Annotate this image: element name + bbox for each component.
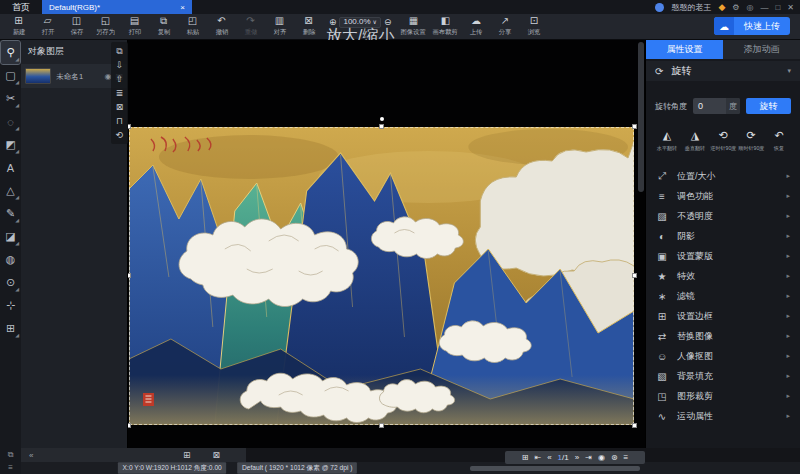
- rotate-ccw-90-button[interactable]: ⟲逆时针90度: [709, 129, 737, 153]
- hand-tool[interactable]: ⊹: [1, 294, 20, 317]
- menu-icon[interactable]: ≡: [8, 463, 13, 472]
- resize-handle-tl[interactable]: [128, 124, 131, 129]
- section-position-size[interactable]: ⤢位置/大小▸: [646, 166, 800, 186]
- horizontal-scrollbar[interactable]: [470, 466, 640, 471]
- section-mask[interactable]: ▣设置蒙版▸: [646, 246, 800, 266]
- delete-button[interactable]: ⊠删除: [294, 16, 323, 35]
- zoom-level-select[interactable]: 100.0%∨: [339, 17, 381, 28]
- layer-stack-icon[interactable]: ⧉: [116, 44, 122, 58]
- help-icon[interactable]: ◎: [746, 3, 753, 12]
- flatten-icon[interactable]: ≣: [116, 86, 124, 100]
- section-opacity[interactable]: ▨不透明度▸: [646, 206, 800, 226]
- vertical-scrollbar[interactable]: [638, 42, 644, 192]
- lasso-tool[interactable]: ◌◢: [1, 110, 20, 133]
- username[interactable]: 憨憨的老王: [671, 2, 711, 13]
- share-button[interactable]: ↗分享: [490, 16, 519, 35]
- new-button[interactable]: ⊞新建: [4, 16, 33, 35]
- text-tool[interactable]: A: [1, 156, 20, 179]
- open-button[interactable]: ▱打开: [33, 16, 62, 35]
- doc-tab-close-icon[interactable]: ×: [180, 3, 185, 12]
- browse-button[interactable]: ⊡浏览: [519, 16, 548, 35]
- zoom-out-icon[interactable]: ⊖: [384, 18, 392, 27]
- last-frame-icon[interactable]: ⇥: [585, 453, 592, 462]
- section-background-fill[interactable]: ▧背景填充▸: [646, 366, 800, 386]
- resize-handle-br[interactable]: [632, 423, 637, 428]
- resize-handle-tr[interactable]: [632, 124, 637, 129]
- resize-handle-bm[interactable]: [379, 423, 384, 428]
- close-button[interactable]: ✕: [787, 3, 794, 12]
- avatar[interactable]: [655, 3, 664, 12]
- align-button[interactable]: ▥对齐: [265, 16, 294, 35]
- quick-upload-button[interactable]: ☁ 快速上传: [714, 17, 790, 35]
- redo-button[interactable]: ↷重做: [236, 16, 265, 35]
- print-button[interactable]: ▤打印: [120, 16, 149, 35]
- section-portrait-cutout[interactable]: ☺人像抠图▸: [646, 346, 800, 366]
- first-frame-icon[interactable]: ⇤: [534, 453, 541, 462]
- zoom-in-icon[interactable]: ⊕: [329, 18, 337, 27]
- resize-handle-tm[interactable]: [379, 124, 384, 129]
- section-color-adjust[interactable]: ≡调色功能▸: [646, 186, 800, 206]
- lock-icon[interactable]: ⊓: [116, 114, 123, 128]
- section-border[interactable]: ⊞设置边框▸: [646, 306, 800, 326]
- target-icon[interactable]: ⊛: [611, 453, 618, 462]
- stamp-tool[interactable]: ⊙◢: [1, 271, 20, 294]
- rotate-cw-90-button[interactable]: ⟳顺时针90度: [737, 129, 765, 153]
- section-replace-image[interactable]: ⇄替换图像▸: [646, 326, 800, 346]
- resize-handle-mr[interactable]: [632, 273, 637, 278]
- section-filters[interactable]: ∗滤镜▸: [646, 286, 800, 306]
- settings-icon[interactable]: ⚙: [732, 3, 739, 12]
- mesh-tool[interactable]: ⊞◢: [1, 317, 20, 340]
- tab-properties[interactable]: 属性设置: [646, 40, 723, 59]
- section-shadow[interactable]: ◐阴影▸: [646, 226, 800, 246]
- tab-document[interactable]: Default(RGB)* ×: [42, 0, 192, 14]
- canvas-crop-button[interactable]: ◧画布裁剪: [429, 16, 461, 35]
- flip-vertical-button[interactable]: ◮垂直翻转: [681, 129, 709, 153]
- flip-horizontal-button[interactable]: ◭水平翻转: [653, 129, 681, 153]
- prev-frame-icon[interactable]: «: [547, 453, 551, 462]
- shape-tool[interactable]: △◢: [1, 179, 20, 202]
- section-shape-crop[interactable]: ◳图形裁剪▸: [646, 386, 800, 406]
- fill-tool[interactable]: ◩◢: [1, 133, 20, 156]
- save-as-button[interactable]: ◱另存为: [91, 16, 120, 35]
- tab-home[interactable]: 首页: [0, 1, 42, 14]
- upload-button[interactable]: ☁上传: [461, 16, 490, 35]
- restore-button[interactable]: ↶恢复: [765, 129, 793, 153]
- delete-frame-icon[interactable]: ⊠: [212, 450, 220, 460]
- undo-button[interactable]: ↶撤销: [207, 16, 236, 35]
- move-up-icon[interactable]: ⇧: [116, 72, 124, 86]
- maximize-button[interactable]: □: [775, 3, 780, 12]
- resize-handle-ml[interactable]: [128, 273, 131, 278]
- save-button[interactable]: ◫保存: [62, 16, 91, 35]
- pen-tool[interactable]: ✎◢: [1, 202, 20, 225]
- rotate-angle-input[interactable]: 0 度: [693, 98, 740, 114]
- eraser-tool[interactable]: ◪◢: [1, 225, 20, 248]
- zoom-tool[interactable]: ⚲◢: [1, 41, 20, 64]
- reset-view-icon[interactable]: ⟲: [116, 128, 124, 142]
- tab-add-animation[interactable]: 添加动画: [723, 40, 800, 59]
- minimize-button[interactable]: —: [760, 3, 768, 12]
- section-motion-properties[interactable]: ∿运动属性▸: [646, 406, 800, 426]
- trash-icon[interactable]: ⊠: [116, 100, 124, 114]
- paste-button[interactable]: ◰粘贴: [178, 16, 207, 35]
- list-menu-icon[interactable]: ≡: [624, 453, 629, 462]
- rotate-apply-button[interactable]: 旋转: [746, 98, 791, 114]
- image-settings-button[interactable]: ▦图像设置: [397, 16, 429, 35]
- move-down-icon[interactable]: ⇩: [116, 58, 124, 72]
- smudge-tool[interactable]: ◍: [1, 248, 20, 271]
- cut-tool[interactable]: ✂◢: [1, 87, 20, 110]
- rotate-section-header[interactable]: ⟳ 旋转 ▾: [646, 61, 800, 81]
- add-frame-icon[interactable]: ⊞: [183, 450, 191, 460]
- expand-icon[interactable]: ⊞: [522, 453, 529, 462]
- marquee-select-tool[interactable]: ▢◢: [1, 64, 20, 87]
- collapse-icon[interactable]: «: [29, 451, 33, 460]
- next-frame-icon[interactable]: »: [575, 453, 579, 462]
- layers-icon[interactable]: ⧉: [8, 450, 14, 460]
- record-icon[interactable]: ◉: [598, 453, 605, 462]
- artwork-layer[interactable]: [129, 127, 634, 425]
- canvas[interactable]: [128, 40, 645, 448]
- section-effects[interactable]: ★特效▸: [646, 266, 800, 286]
- rotate-handle[interactable]: [380, 117, 384, 121]
- copy-button[interactable]: ⧉复制: [149, 16, 178, 35]
- chevron-down-icon[interactable]: ▾: [787, 67, 791, 75]
- vip-icon[interactable]: ◆: [718, 2, 725, 12]
